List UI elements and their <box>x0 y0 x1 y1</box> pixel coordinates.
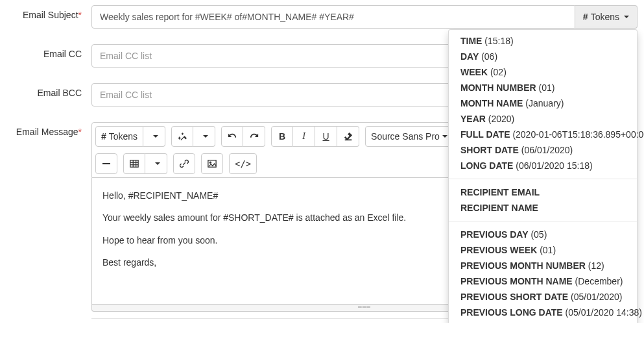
caret-down-icon <box>153 135 158 138</box>
magic-icon <box>178 132 187 141</box>
italic-button[interactable]: I <box>293 126 315 147</box>
token-item[interactable]: RECIPIENT NAME <box>449 200 637 216</box>
minus-icon <box>102 163 110 164</box>
editor-tokens-caret[interactable] <box>143 126 165 147</box>
link-button[interactable] <box>173 153 195 174</box>
tokens-button-label: Tokens <box>591 12 619 22</box>
caret-down-icon <box>442 135 447 138</box>
tokens-dropdown-button[interactable]: # Tokens <box>575 5 638 29</box>
redo-button[interactable] <box>243 126 265 147</box>
caret-down-icon <box>155 162 160 165</box>
token-item[interactable]: SHORT DATE (06/01/2020) <box>449 142 637 158</box>
remove-button[interactable] <box>95 153 117 174</box>
hash-icon: # <box>583 12 588 22</box>
editor-tokens-button[interactable]: # Tokens <box>95 126 143 147</box>
dropdown-divider <box>449 179 637 179</box>
token-item[interactable]: FULL DATE (2020-01-06T15:18:36.895+00:00… <box>449 127 637 142</box>
token-item[interactable]: PREVIOUS SHORT DATE (05/01/2020) <box>449 289 637 305</box>
svg-point-6 <box>209 162 211 163</box>
token-item[interactable]: RECIPIENT EMAIL <box>449 184 637 200</box>
table-caret[interactable] <box>145 153 167 174</box>
token-item[interactable]: PREVIOUS DAY (05) <box>449 227 637 242</box>
magic-caret[interactable] <box>193 126 215 147</box>
token-item[interactable]: PREVIOUS WEEK (01) <box>449 242 637 258</box>
underline-button[interactable]: U <box>315 126 337 147</box>
token-item[interactable]: YEAR (2020) <box>449 111 637 127</box>
font-family-label: Source Sans Pro <box>371 131 440 142</box>
svg-rect-0 <box>130 160 138 168</box>
label-email-bcc: Email BCC <box>6 83 91 98</box>
tokens-dropdown-menu: TIME (15:18) DAY (06) WEEK (02) MONTH NU… <box>448 29 638 323</box>
token-item[interactable]: PREVIOUS MONTH NAME (December) <box>449 273 637 289</box>
label-email-message: Email Message* <box>6 122 91 137</box>
bold-button[interactable]: B <box>271 126 293 147</box>
token-item[interactable]: WEEK (02) <box>449 64 637 80</box>
link-icon <box>180 159 189 168</box>
undo-button[interactable] <box>221 126 243 147</box>
eraser-button[interactable] <box>337 126 359 147</box>
caret-down-icon <box>203 135 208 138</box>
image-button[interactable] <box>201 153 223 174</box>
table-icon <box>130 159 139 168</box>
code-view-button[interactable]: </> <box>229 153 257 174</box>
font-family-select[interactable]: Source Sans Pro <box>365 126 453 147</box>
email-subject-input[interactable] <box>91 5 575 29</box>
token-item[interactable]: PREVIOUS MONTH NUMBER (12) <box>449 258 637 273</box>
magic-button[interactable] <box>171 126 193 147</box>
label-email-cc: Email CC <box>6 44 91 59</box>
table-button[interactable] <box>123 153 145 174</box>
token-item[interactable]: DAY (06) <box>449 49 637 64</box>
token-item[interactable]: MONTH NUMBER (01) <box>449 80 637 95</box>
token-item[interactable]: LONG DATE (06/01/2020 15:18) <box>449 158 637 173</box>
token-item[interactable]: PREVIOUS YEAR (2019) <box>449 320 637 323</box>
label-email-subject: Email Subject* <box>6 5 91 20</box>
eraser-icon <box>344 132 353 141</box>
caret-down-icon <box>624 16 629 18</box>
code-icon: </> <box>235 158 251 169</box>
token-item[interactable]: TIME (15:18) <box>449 33 637 49</box>
dropdown-divider <box>449 221 637 221</box>
hash-icon: # <box>101 131 106 142</box>
image-icon <box>208 159 217 168</box>
undo-icon <box>228 132 237 141</box>
token-item[interactable]: PREVIOUS LONG DATE (05/01/2020 14:38) <box>449 305 637 320</box>
redo-icon <box>250 132 259 141</box>
editor-tokens-label: Tokens <box>109 131 137 142</box>
token-item[interactable]: MONTH NAME (January) <box>449 95 637 111</box>
